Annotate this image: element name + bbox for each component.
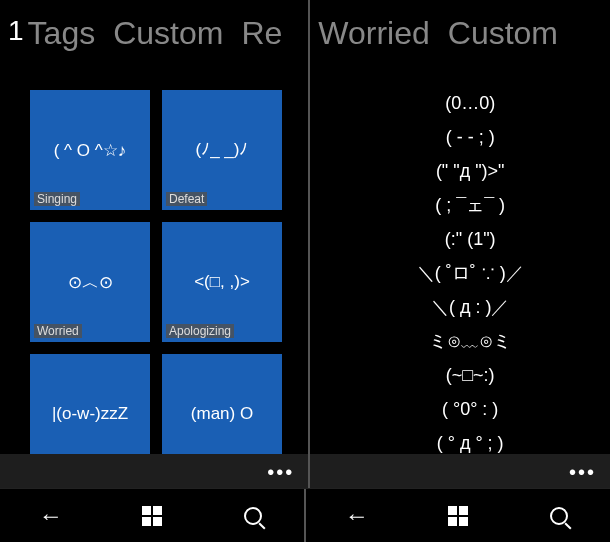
tile-singing[interactable]: ( ^ O ^☆♪ Singing [30,90,150,210]
list-item[interactable]: (:" (1") [350,226,590,252]
tile-apologizing[interactable]: <(□, ,)> Apologizing [162,222,282,342]
tile-face: ( ^ O ^☆♪ [54,140,127,161]
tile-face: (ﾉ_ _)ﾉ [196,140,249,160]
tab-worried[interactable]: Worried [318,15,429,52]
tile-defeat[interactable]: (ﾉ_ _)ﾉ Defeat [162,90,282,210]
tile-face: (man) O [191,404,253,424]
back-button[interactable]: ← [337,496,377,536]
list-item[interactable]: ( - - ; ) [350,124,590,150]
list-item[interactable]: ( °0° : ) [350,396,590,422]
windows-icon [448,506,468,526]
right-appbar: ••• [310,454,610,488]
back-button[interactable]: ← [31,496,71,536]
list-item[interactable]: ( ° д ° ; ) [350,430,590,456]
search-icon [550,507,568,525]
more-icon[interactable]: ••• [569,461,596,484]
list-item[interactable]: ＼( ˚ロ˚ ∵ )／ [350,260,590,286]
navbar-right: ← [306,489,610,542]
search-icon [244,507,262,525]
home-button[interactable] [438,496,478,536]
tile-face: |(o-w-)zzZ [52,404,128,424]
page-number: 1 [8,15,24,47]
navbar-left: ← [0,489,306,542]
tile-face: <(□, ,)> [194,272,250,292]
tile-label: Worried [34,324,82,338]
tile-label: Singing [34,192,80,206]
back-icon: ← [345,502,369,530]
list-item[interactable]: ＼( д : )／ [350,294,590,320]
windows-icon [142,506,162,526]
right-header: Worried Custom [310,0,610,60]
search-button[interactable] [539,496,579,536]
list-item[interactable]: (0…0) [350,90,590,116]
home-button[interactable] [132,496,172,536]
tab-custom[interactable]: Custom [448,15,558,52]
tile-label: Apologizing [166,324,234,338]
right-pane: Worried Custom (0…0) ( - - ; ) (" "д ")>… [310,0,610,542]
system-navbar: ← ← [0,488,610,542]
list-item[interactable]: ( ; ¯ェ¯ ) [350,192,590,218]
tab-custom[interactable]: Custom [113,15,223,52]
tab-tags[interactable]: Tags [28,15,96,52]
left-header: 1 Tags Custom Re [0,0,308,60]
left-pane: 1 Tags Custom Re ( ^ O ^☆♪ Singing (ﾉ_ _… [0,0,308,542]
back-icon: ← [39,502,63,530]
tab-re[interactable]: Re [241,15,282,52]
tile-worried[interactable]: ⊙︿⊙ Worried [30,222,150,342]
list-item[interactable]: (" "д ")>" [350,158,590,184]
list-item[interactable]: (~□~:) [350,362,590,388]
tile-label: Defeat [166,192,207,206]
left-appbar: ••• [0,454,308,488]
more-icon[interactable]: ••• [267,461,294,484]
list-item[interactable]: ミ⊙﹏⊙ミ [350,328,590,354]
search-button[interactable] [233,496,273,536]
tile-face: ⊙︿⊙ [68,271,113,294]
